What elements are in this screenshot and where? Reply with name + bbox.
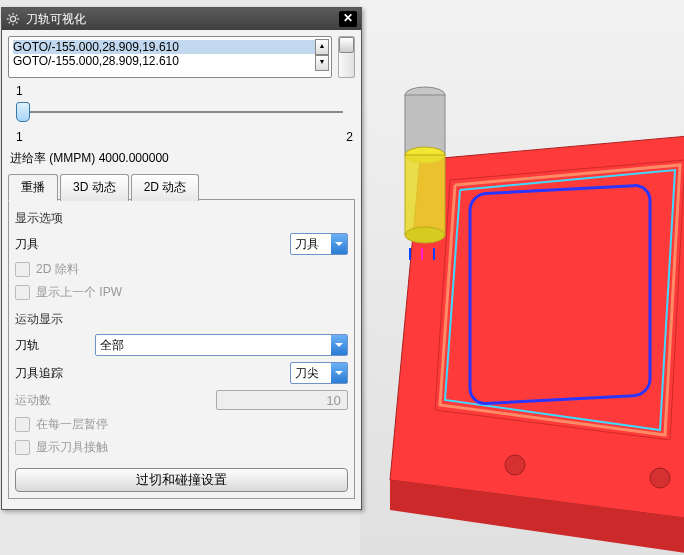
tab-bar: 重播 3D 动态 2D 动态 [8, 173, 355, 200]
gear-icon [6, 12, 20, 26]
motion-count-input [216, 390, 348, 410]
svg-rect-7 [405, 95, 445, 155]
svg-point-4 [505, 455, 525, 475]
slider-min-label: 1 [16, 84, 23, 98]
tab-3d-dynamic[interactable]: 3D 动态 [60, 174, 129, 201]
gcode-list[interactable]: GOTO/-155.000,28.909,19.610 GOTO/-155.00… [8, 36, 332, 78]
replay-panel: 显示选项 刀具 2D 除料 显示上一个 IPW 运动显示 刀轨 [8, 199, 355, 499]
show-tool-contact-checkbox [15, 440, 30, 455]
chevron-down-icon[interactable] [331, 234, 347, 254]
slider-handle[interactable] [16, 102, 30, 122]
chevron-down-icon[interactable] [331, 335, 347, 355]
spin-down-icon[interactable]: ▼ [315, 55, 329, 71]
model-preview [360, 0, 684, 555]
tool-track-combo[interactable] [290, 362, 348, 384]
svg-point-14 [10, 16, 15, 21]
gcode-scrollbar[interactable] [338, 36, 355, 78]
show-prev-ipw-label: 显示上一个 IPW [36, 284, 122, 301]
tool-track-label: 刀具追踪 [15, 365, 87, 382]
tool-combo[interactable] [290, 233, 348, 255]
chevron-down-icon[interactable] [331, 363, 347, 383]
slider-current-label: 1 [16, 130, 23, 144]
svg-point-5 [650, 468, 670, 488]
tab-replay[interactable]: 重播 [8, 174, 58, 201]
tool-label: 刀具 [15, 236, 87, 253]
show-prev-ipw-checkbox [15, 285, 30, 300]
exclude-2d-label: 2D 除料 [36, 261, 79, 278]
dialog-title: 刀轨可视化 [26, 11, 339, 28]
viewport-3d[interactable] [360, 0, 684, 555]
slider-max-label: 2 [346, 130, 353, 144]
show-tool-contact-label: 显示刀具接触 [36, 439, 108, 456]
exclude-2d-checkbox [15, 262, 30, 277]
toolpath-visualize-dialog: 刀轨可视化 ✕ GOTO/-155.000,28.909,19.610 GOTO… [1, 7, 362, 510]
motion-count-label: 运动数 [15, 392, 87, 409]
display-options-heading: 显示选项 [15, 210, 348, 227]
gcode-line[interactable]: GOTO/-155.000,28.909,12.610 [13, 54, 327, 68]
tool-combo-value[interactable] [291, 234, 331, 254]
toolpath-label: 刀轨 [15, 337, 87, 354]
tool-track-combo-value[interactable] [291, 363, 331, 383]
spin-up-icon[interactable]: ▲ [315, 39, 329, 55]
gcode-spinner[interactable]: ▲ ▼ [315, 39, 329, 71]
progress-slider[interactable] [16, 100, 347, 124]
motion-display-heading: 运动显示 [15, 311, 348, 328]
pause-each-layer-label: 在每一层暂停 [36, 416, 108, 433]
svg-point-10 [405, 227, 445, 243]
close-button[interactable]: ✕ [339, 11, 357, 27]
gcode-line[interactable]: GOTO/-155.000,28.909,19.610 [13, 40, 327, 54]
overcut-collision-button[interactable]: 过切和碰撞设置 [15, 468, 348, 492]
svg-rect-9 [405, 155, 445, 235]
dialog-titlebar[interactable]: 刀轨可视化 ✕ [2, 8, 361, 30]
toolpath-combo-value[interactable] [96, 335, 331, 355]
feedrate-label: 进给率 (MMPM) 4000.000000 [10, 150, 355, 167]
toolpath-combo[interactable] [95, 334, 348, 356]
pause-each-layer-checkbox [15, 417, 30, 432]
tab-2d-dynamic[interactable]: 2D 动态 [131, 174, 200, 201]
